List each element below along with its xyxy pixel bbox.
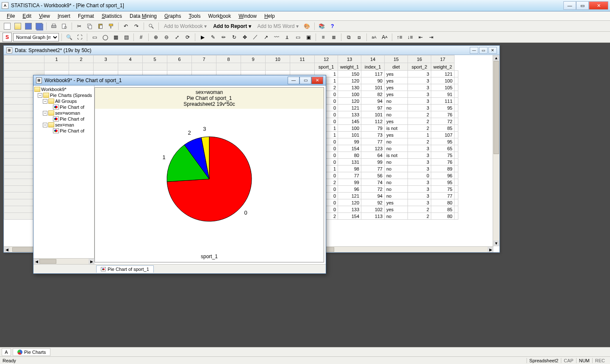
- col-number-4[interactable]: 4: [118, 55, 143, 63]
- sort-desc-icon[interactable]: ↓≡: [405, 33, 415, 42]
- cell[interactable]: 80: [431, 213, 455, 220]
- tree-chart-woman[interactable]: Pie Chart of: [33, 116, 94, 122]
- taskbar-app-icon[interactable]: A: [2, 348, 11, 356]
- tree-root[interactable]: Workbook9*: [33, 86, 94, 92]
- paste-button[interactable]: [96, 22, 105, 31]
- font-large-icon[interactable]: AA: [380, 33, 389, 42]
- books-button[interactable]: 📚: [317, 22, 327, 31]
- cell[interactable]: 1: [408, 132, 431, 138]
- cell[interactable]: [455, 145, 458, 152]
- cell[interactable]: 117: [361, 71, 385, 77]
- workbook-window[interactable]: ▦ Workbook9* - Pie Chart of sport_1 — ▭ …: [33, 75, 326, 274]
- cell[interactable]: [455, 77, 458, 84]
- cell[interactable]: 75: [431, 186, 455, 193]
- cell[interactable]: 77: [431, 193, 455, 199]
- print-preview-button[interactable]: [60, 22, 69, 31]
- cell[interactable]: no: [385, 213, 408, 220]
- polyline-tool-icon[interactable]: ⫫: [283, 33, 292, 42]
- format-painter-button[interactable]: [106, 22, 116, 31]
- curve-tool-icon[interactable]: 〰: [272, 33, 281, 42]
- window-maximize-button[interactable]: ▭: [576, 1, 589, 10]
- cell[interactable]: 98: [338, 165, 361, 172]
- cell[interactable]: 2: [408, 125, 431, 132]
- cell[interactable]: 94: [361, 98, 385, 105]
- cell[interactable]: 76: [431, 159, 455, 165]
- col-name-10[interactable]: [266, 63, 290, 71]
- col-number-16[interactable]: 16: [408, 55, 431, 63]
- cell[interactable]: 80: [338, 152, 361, 159]
- col-number-7[interactable]: 7: [192, 55, 216, 63]
- cell[interactable]: no: [385, 98, 408, 105]
- zoom-fit-icon[interactable]: ⤢: [172, 33, 182, 42]
- cell[interactable]: 97: [361, 105, 385, 111]
- menu-edit[interactable]: Edit: [19, 12, 35, 20]
- refresh-icon[interactable]: ⟳: [183, 33, 192, 42]
- menu-data-mining[interactable]: Data Mining: [126, 12, 160, 20]
- cell[interactable]: 75: [431, 152, 455, 159]
- grid-icon[interactable]: #: [136, 33, 146, 42]
- tree-sex-man[interactable]: −sex=man: [33, 122, 94, 128]
- align-center-icon[interactable]: ≣: [329, 33, 338, 42]
- col-name-1[interactable]: [44, 63, 69, 71]
- cell[interactable]: 3: [408, 105, 431, 111]
- cell[interactable]: 2: [408, 213, 431, 220]
- arrow-tool-icon[interactable]: ↗: [261, 33, 271, 42]
- cell[interactable]: 111: [431, 98, 455, 105]
- cell[interactable]: 79: [361, 125, 385, 132]
- tree-scroll-right[interactable]: ▶: [89, 259, 94, 264]
- workbook-tree[interactable]: Workbook9* −Pie Charts (Spreads −All Gro…: [33, 85, 94, 258]
- col-name-12[interactable]: sport_1: [315, 63, 338, 71]
- cell[interactable]: 105: [431, 84, 455, 91]
- save-all-button[interactable]: [34, 22, 44, 31]
- col-name-15[interactable]: diet: [385, 63, 408, 71]
- cell[interactable]: [455, 105, 458, 111]
- cell[interactable]: 3: [408, 77, 431, 84]
- tree-scroll-thumb[interactable]: [39, 259, 56, 264]
- cell[interactable]: 3: [408, 165, 431, 172]
- tree-scroll-left[interactable]: ◀: [33, 259, 39, 264]
- cell[interactable]: 77: [361, 138, 385, 145]
- cut-button[interactable]: ✂: [75, 22, 84, 31]
- cell[interactable]: no: [385, 186, 408, 193]
- tree-sex-woman[interactable]: −sex=woman: [33, 110, 94, 116]
- redo-button[interactable]: ↷: [132, 22, 141, 31]
- cell[interactable]: [455, 98, 458, 105]
- pointer-icon[interactable]: ▶: [198, 33, 207, 42]
- col-name-17[interactable]: weight_2: [431, 63, 455, 71]
- cell[interactable]: 65: [431, 145, 455, 152]
- vscroll-thumb[interactable]: [494, 61, 499, 154]
- col-number-5[interactable]: 5: [143, 55, 167, 63]
- window-minimize-button[interactable]: —: [563, 1, 576, 10]
- sort-asc-icon[interactable]: ↑≡: [395, 33, 404, 42]
- add-to-workbook-button[interactable]: Add to Workbook ▾: [161, 23, 209, 29]
- cell[interactable]: 56: [361, 172, 385, 179]
- scroll-down-arrow[interactable]: ▼: [493, 240, 499, 246]
- cell[interactable]: 96: [431, 172, 455, 179]
- zoom-tool-icon[interactable]: 🔍: [64, 33, 74, 42]
- cell[interactable]: no: [385, 105, 408, 111]
- scroll-left-arrow[interactable]: ◀: [4, 247, 10, 252]
- cell[interactable]: 3: [408, 98, 431, 105]
- zoom-out-icon[interactable]: ⊖: [162, 33, 171, 42]
- col-name-13[interactable]: weight_1: [338, 63, 361, 71]
- workbook-maximize-button[interactable]: ▭: [299, 77, 311, 84]
- cell[interactable]: 102: [361, 206, 385, 213]
- cell[interactable]: [455, 118, 458, 125]
- save-button[interactable]: [24, 22, 33, 31]
- cell[interactable]: 72: [361, 186, 385, 193]
- col-number-9[interactable]: 9: [241, 55, 266, 63]
- group-icon[interactable]: ⧉: [344, 33, 353, 42]
- cell[interactable]: [455, 213, 458, 220]
- cell[interactable]: 3: [408, 199, 431, 206]
- cell[interactable]: 120: [338, 199, 361, 206]
- cell[interactable]: 101: [361, 111, 385, 118]
- print-button[interactable]: [49, 22, 58, 31]
- cell[interactable]: 130: [338, 84, 361, 91]
- cell[interactable]: yes: [385, 71, 408, 77]
- cell[interactable]: yes: [385, 91, 408, 98]
- cell[interactable]: 95: [431, 138, 455, 145]
- spreadsheet-close-button[interactable]: ✕: [488, 47, 497, 54]
- cell[interactable]: [455, 172, 458, 179]
- cell[interactable]: 82: [361, 91, 385, 98]
- cell[interactable]: yes: [385, 84, 408, 91]
